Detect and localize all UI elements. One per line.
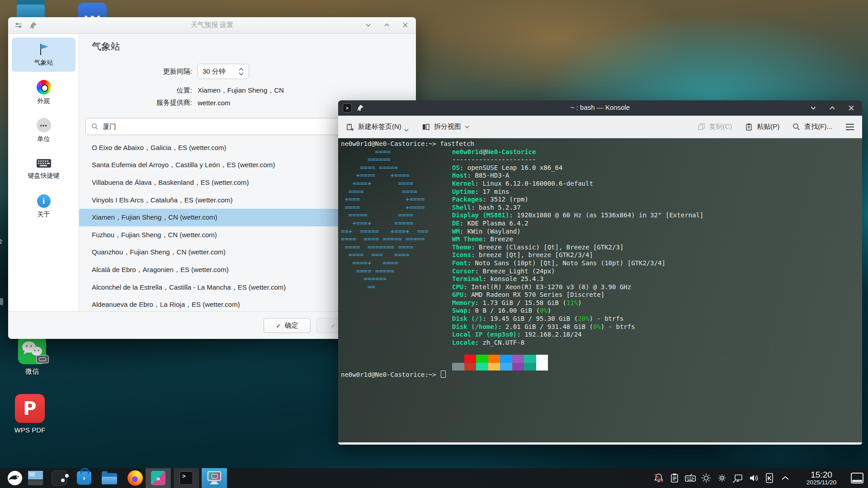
palette-swatch bbox=[512, 363, 524, 371]
desktop-icon-label: 微信 bbox=[25, 367, 39, 376]
keyboard-icon[interactable] bbox=[684, 471, 697, 485]
split-view-button[interactable]: 拆分视图 bbox=[421, 122, 469, 131]
close-button[interactable] bbox=[402, 22, 409, 28]
svg-text:K: K bbox=[768, 475, 772, 482]
find-button[interactable]: 查找(F)... bbox=[792, 122, 832, 131]
palette-swatch bbox=[488, 355, 500, 363]
display-cable-icon[interactable] bbox=[731, 471, 745, 485]
chevron-down-icon bbox=[465, 126, 469, 128]
color-wheel-icon bbox=[37, 80, 51, 94]
task-spectacle-active[interactable] bbox=[202, 468, 227, 488]
sidebar-item-label: 单位 bbox=[38, 135, 50, 143]
konsole-icon: > bbox=[179, 471, 193, 485]
fastfetch-info-line: Icons: breeze [Qt], breeze [GTK2/3/4] bbox=[452, 251, 703, 259]
terminal-color-palette-row bbox=[452, 363, 703, 371]
system-tray: K 15:20 2025/11/20 bbox=[652, 470, 868, 486]
fastfetch-info-line: Host: B85-HD3-A bbox=[452, 172, 703, 180]
palette-swatch bbox=[524, 363, 536, 371]
desktop-icon-label: WPS PDF bbox=[14, 426, 45, 434]
search-icon bbox=[91, 123, 99, 130]
ok-button[interactable]: ✓ 确定 bbox=[264, 318, 311, 333]
copy-button[interactable]: 复制(C) bbox=[697, 122, 732, 131]
maximize-button[interactable] bbox=[383, 22, 390, 28]
window-resize-edge[interactable] bbox=[338, 442, 862, 445]
fastfetch-info-line: ne0w0r1d@Ne0-Castorice bbox=[452, 148, 703, 156]
split-view-label: 拆分视图 bbox=[434, 122, 461, 131]
palette-swatch bbox=[476, 355, 488, 363]
sidebar-item-weather-stations[interactable]: 气象站 bbox=[12, 38, 75, 72]
weather-titlebar[interactable]: 天气预报 设置 bbox=[8, 17, 416, 34]
sidebar-item-about[interactable]: i 关于 bbox=[12, 189, 75, 224]
spin-up-icon[interactable] bbox=[239, 68, 244, 71]
volume-icon[interactable] bbox=[747, 471, 760, 485]
sidebar-item-label: 气象站 bbox=[34, 59, 53, 67]
clipboard-icon[interactable] bbox=[668, 471, 681, 485]
sidebar-item-appearance[interactable]: 外观 bbox=[12, 75, 75, 110]
brightness-icon[interactable] bbox=[699, 471, 713, 485]
copy-label: 复制(C) bbox=[709, 122, 732, 131]
search-icon bbox=[792, 122, 801, 131]
ok-button-label: 确定 bbox=[285, 321, 298, 330]
update-interval-row: 更新间隔: 30 分钟 bbox=[79, 64, 416, 79]
minimize-button[interactable] bbox=[810, 104, 817, 112]
app-launcher-button[interactable] bbox=[6, 469, 24, 487]
page-title: 气象站 bbox=[92, 40, 416, 53]
keyboard-icon bbox=[36, 157, 52, 169]
fastfetch-info-line: Disk (/): 19.45 GiB / 95.30 GiB (20%) - … bbox=[452, 315, 703, 323]
find-label: 查找(F)... bbox=[804, 122, 832, 131]
night-light-icon[interactable] bbox=[715, 471, 729, 485]
maximize-button[interactable] bbox=[829, 104, 836, 112]
terminal-blank-line bbox=[452, 347, 703, 355]
fastfetch-info-line: Packages: 3512 (rpm) bbox=[452, 196, 703, 204]
task-konsole[interactable]: > bbox=[174, 468, 199, 488]
close-button[interactable] bbox=[848, 104, 855, 112]
sidebar-item-shortcuts[interactable]: 键盘快捷键 bbox=[12, 151, 75, 186]
system-settings-launcher[interactable] bbox=[52, 470, 67, 486]
firefox-launcher[interactable] bbox=[127, 470, 143, 486]
flag-icon bbox=[37, 42, 51, 56]
spin-down-icon[interactable] bbox=[239, 72, 244, 75]
dolphin-launcher[interactable] bbox=[101, 471, 118, 485]
clock-time: 15:20 bbox=[796, 470, 847, 479]
fastfetch-info-line: Kernel: Linux 6.12.0-160000.6-default bbox=[452, 180, 703, 188]
task-plasma-app[interactable]: » bbox=[146, 468, 171, 488]
palette-swatch bbox=[524, 355, 536, 363]
opensuse-logo-icon bbox=[7, 470, 23, 486]
fastfetch-info-line: ---------------------- bbox=[452, 156, 703, 164]
sidebar-item-label: 外观 bbox=[38, 97, 50, 105]
palette-swatch bbox=[452, 363, 464, 371]
terminal[interactable]: ne0w0r1d@Ne0-Castorice:~> fastfetch ====… bbox=[338, 138, 862, 442]
new-tab-button[interactable]: 新建标签页(N) bbox=[345, 122, 409, 131]
palette-swatch bbox=[512, 355, 524, 363]
palette-swatch bbox=[488, 363, 500, 371]
discover-launcher[interactable]: › bbox=[77, 471, 91, 485]
desktop-icon-wps-pdf[interactable]: P WPS PDF bbox=[5, 394, 55, 434]
palette-swatch bbox=[536, 363, 548, 371]
palette-swatch bbox=[500, 363, 512, 371]
hamburger-menu-icon[interactable] bbox=[845, 123, 855, 131]
location-row: 位置: Xiamen，Fujian Sheng，CN bbox=[79, 86, 416, 95]
show-desktop-button[interactable] bbox=[851, 473, 863, 483]
desktop-2-thumbnail[interactable] bbox=[28, 480, 43, 485]
update-interval-spinbox[interactable]: 30 分钟 bbox=[198, 64, 249, 79]
digital-clock[interactable]: 15:20 2025/11/20 bbox=[796, 470, 847, 486]
paste-button[interactable]: 粘贴(P) bbox=[745, 122, 779, 131]
window-thumb bbox=[29, 472, 35, 476]
sidebar-item-label: 关于 bbox=[38, 211, 50, 219]
fastfetch-info-line: OS: openSUSE Leap 16.0 x86_64 bbox=[452, 164, 703, 172]
desktop-1-thumbnail[interactable] bbox=[28, 471, 43, 479]
virtual-desktop-pager[interactable] bbox=[28, 470, 43, 486]
fastfetch-info-line: Locale: zh_CN.UTF-8 bbox=[452, 339, 703, 347]
taskbar: › » > bbox=[0, 468, 868, 488]
fastfetch-info-line: Local IP (enp3s0): 192.168.2.18/24 bbox=[452, 331, 703, 339]
konsole-toolbar: 新建标签页(N) 拆分视图 复制(C) bbox=[338, 116, 862, 138]
kde-k-icon[interactable]: K bbox=[763, 471, 776, 485]
palette-swatch bbox=[500, 355, 512, 363]
expand-caret-icon[interactable] bbox=[778, 471, 792, 485]
sidebar-item-units[interactable]: ••• 单位 bbox=[12, 113, 75, 148]
konsole-titlebar[interactable]: > ~ : bash — Konsole bbox=[338, 100, 862, 116]
desktop-icon-wechat[interactable]: 微信 bbox=[7, 336, 57, 376]
notifications-dnd-icon[interactable] bbox=[652, 471, 665, 485]
info-icon: i bbox=[37, 194, 51, 208]
minimize-button[interactable] bbox=[365, 22, 372, 28]
